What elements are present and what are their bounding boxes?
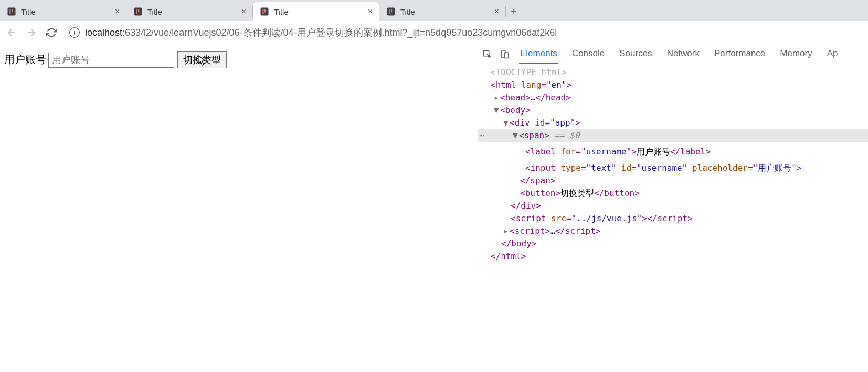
- dom-node-label[interactable]: <label for="username">用户账号</label>: [478, 142, 868, 158]
- tab-title: Title: [400, 7, 490, 16]
- dom-tree[interactable]: <!DOCTYPE html> <html lang="en"> ▸<head>…: [478, 64, 868, 372]
- toggle-type-button[interactable]: 切换类型: [177, 51, 227, 68]
- page-viewport: 用户账号切换类型: [0, 44, 478, 372]
- close-icon[interactable]: ×: [115, 7, 120, 16]
- dom-node-script1[interactable]: <script src="../js/vue.js"></script>: [478, 212, 868, 225]
- dom-node-button[interactable]: <button>切换类型</button>: [478, 187, 868, 200]
- reload-button[interactable]: [45, 26, 58, 39]
- tab-title: Title: [274, 7, 364, 16]
- forward-button[interactable]: [25, 26, 38, 39]
- tab-performance[interactable]: Performance: [713, 44, 766, 64]
- devtools-tabs: Elements Console Sources Network Perform…: [519, 44, 839, 64]
- username-input[interactable]: [48, 53, 174, 68]
- url-display[interactable]: i localhost:63342/vue/learnVuejs02/06-条件…: [65, 26, 863, 39]
- close-icon[interactable]: ×: [368, 7, 373, 16]
- dom-node-html-close[interactable]: </html>: [478, 250, 868, 263]
- devtools-panel: Elements Console Sources Network Perform…: [478, 44, 868, 372]
- dom-node-span-close[interactable]: </span>: [478, 174, 868, 187]
- tab-memory[interactable]: Memory: [779, 44, 813, 64]
- tab-favicon-icon: [259, 6, 270, 17]
- svg-rect-4: [136, 9, 137, 14]
- tab-network[interactable]: Network: [666, 44, 701, 64]
- device-toolbar-icon[interactable]: [496, 44, 514, 64]
- svg-rect-1: [9, 9, 10, 14]
- main-split: 用户账号切换类型 Elements Console Sources Networ…: [0, 44, 868, 372]
- tab-application[interactable]: Ap: [826, 44, 839, 64]
- dom-node-body[interactable]: ▼<body>: [478, 104, 868, 117]
- dom-node-doctype[interactable]: <!DOCTYPE html>: [478, 66, 868, 79]
- address-bar: i localhost:63342/vue/learnVuejs02/06-条件…: [0, 21, 868, 44]
- dom-node-head[interactable]: ▸<head>…</head>: [478, 91, 868, 104]
- svg-rect-7: [262, 9, 263, 14]
- dom-node-span-selected[interactable]: ⋯▼<span> == $0: [478, 129, 868, 142]
- svg-rect-10: [389, 9, 390, 14]
- dom-node-html[interactable]: <html lang="en">: [478, 79, 868, 91]
- tab-title: Title: [147, 7, 237, 16]
- back-button[interactable]: [5, 26, 18, 39]
- tab-title: Title: [21, 7, 111, 16]
- dom-node-script2[interactable]: ▸<script>…</script>: [478, 225, 868, 237]
- site-info-icon[interactable]: i: [69, 27, 80, 38]
- svg-rect-11: [391, 9, 392, 13]
- tab-console[interactable]: Console: [571, 44, 606, 64]
- dom-node-body-close[interactable]: </body>: [478, 237, 868, 250]
- browser-tab-strip: Title × Title × Title × Title × +: [0, 0, 868, 21]
- dom-node-input[interactable]: <input type="text" id="username" placeho…: [478, 158, 868, 174]
- tab-favicon-icon: [133, 6, 143, 17]
- inspect-element-icon[interactable]: [478, 44, 496, 64]
- tab-elements[interactable]: Elements: [519, 44, 558, 64]
- browser-tab[interactable]: Title ×: [379, 2, 505, 21]
- username-label: 用户账号: [4, 54, 46, 65]
- dom-node-div-close[interactable]: </div>: [478, 200, 868, 212]
- browser-tab[interactable]: Title ×: [0, 2, 126, 21]
- url-text: localhost:63342/vue/learnVuejs02/06-条件判读…: [85, 26, 557, 39]
- tab-favicon-icon: [6, 6, 17, 17]
- tab-favicon-icon: [386, 6, 396, 17]
- svg-rect-14: [504, 53, 509, 58]
- devtools-header: Elements Console Sources Network Perform…: [478, 44, 868, 64]
- browser-tab-active[interactable]: Title ×: [253, 2, 379, 21]
- close-icon[interactable]: ×: [241, 7, 246, 16]
- close-icon[interactable]: ×: [494, 7, 499, 16]
- browser-tab[interactable]: Title ×: [126, 2, 252, 21]
- svg-rect-8: [264, 9, 266, 13]
- tab-sources[interactable]: Sources: [618, 44, 653, 64]
- new-tab-button[interactable]: +: [506, 2, 522, 21]
- dom-node-div-app[interactable]: ▼<div id="app">: [478, 117, 868, 129]
- svg-rect-2: [12, 9, 13, 13]
- svg-rect-5: [138, 9, 139, 13]
